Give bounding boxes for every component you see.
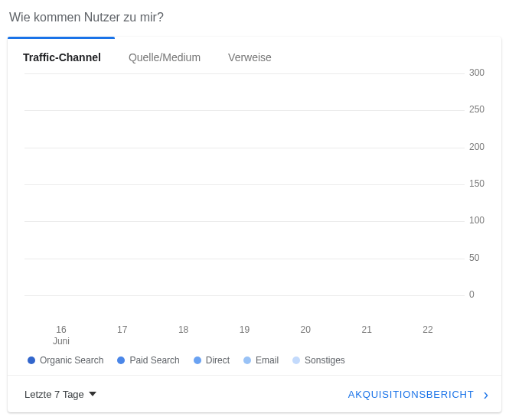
chart-x-tick: 18 [160, 324, 207, 347]
legend-label: Direct [206, 355, 230, 366]
chart-y-tick: 250 [469, 104, 485, 115]
legend-swatch-icon [117, 357, 125, 364]
page-title: Wie kommen Nutzer zu mir? [0, 0, 509, 37]
chart-x-axis: 16Juni171819202122 [24, 324, 465, 347]
chart-gridline [24, 295, 465, 296]
acquisition-report-link[interactable]: AKQUISITIONSBERICHT › [348, 386, 489, 402]
chart-x-tick: 17 [99, 324, 146, 347]
report-link-label: AKQUISITIONSBERICHT [348, 389, 475, 400]
legend-item-direct[interactable]: Direct [194, 355, 230, 366]
chart-y-axis: 050100150200250300 [465, 73, 495, 295]
tab-traffic-channel[interactable]: Traffic-Channel [23, 51, 101, 63]
acquisition-card: Traffic-ChannelQuelle/MediumVerweise 050… [8, 37, 501, 412]
caret-down-icon [89, 392, 96, 396]
card-footer: Letzte 7 Tage AKQUISITIONSBERICHT › [8, 376, 501, 412]
chart-y-tick: 0 [469, 289, 475, 300]
legend-swatch-icon [194, 357, 201, 364]
legend-item-organic_search[interactable]: Organic Search [28, 355, 103, 366]
chart-y-tick: 150 [469, 178, 485, 189]
chart-bars [24, 73, 465, 295]
chart-x-tick: 22 [404, 324, 452, 347]
chart-x-tick: 19 [220, 324, 268, 347]
chart-legend: Organic SearchPaid SearchDirectEmailSons… [28, 355, 501, 366]
legend-label: Sonstiges [305, 355, 345, 366]
chart-y-tick: 200 [469, 142, 485, 152]
chart-x-tick: 16Juni [38, 324, 85, 347]
legend-swatch-icon [243, 357, 251, 364]
chart-y-tick: 300 [469, 67, 485, 78]
date-range-label: Letzte 7 Tage [24, 389, 84, 400]
chart-area: 050100150200250300 [24, 73, 495, 321]
legend-label: Organic Search [40, 355, 103, 366]
chart-y-tick: 50 [469, 252, 479, 263]
chevron-right-icon: › [484, 386, 489, 402]
legend-item-sonstiges[interactable]: Sonstiges [292, 355, 345, 366]
legend-item-paid_search[interactable]: Paid Search [117, 355, 179, 366]
legend-swatch-icon [292, 357, 300, 364]
chart-x-tick: 21 [343, 324, 390, 347]
legend-label: Email [256, 355, 279, 366]
chart-plot [24, 73, 465, 295]
tab-quelle-medium[interactable]: Quelle/Medium [129, 51, 201, 63]
legend-item-email[interactable]: Email [243, 355, 279, 366]
tabs: Traffic-ChannelQuelle/MediumVerweise [8, 39, 501, 73]
chart-x-tick: 20 [282, 324, 329, 347]
tab-verweise[interactable]: Verweise [228, 51, 272, 63]
legend-label: Paid Search [129, 355, 179, 366]
legend-swatch-icon [28, 357, 35, 364]
chart-y-tick: 100 [469, 215, 485, 226]
date-range-selector[interactable]: Letzte 7 Tage [24, 389, 96, 400]
